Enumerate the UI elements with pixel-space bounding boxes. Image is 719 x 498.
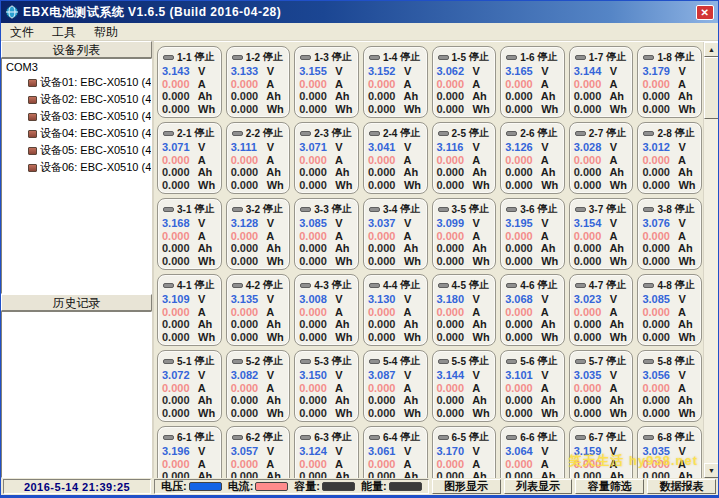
capacity-filter-button[interactable]: 容量筛选 bbox=[575, 479, 644, 494]
tree-node-device-03[interactable]: 设备03: EBC-X0510 (4.5V/10A bbox=[4, 108, 151, 125]
tree-node-device-01[interactable]: 设备01: EBC-X0510 (4.5V/10A bbox=[4, 74, 151, 91]
vertical-scrollbar[interactable]: ▲ ▼ bbox=[703, 42, 718, 478]
capacity-unit: Ah bbox=[198, 90, 213, 102]
cell-capacity: 0.000 bbox=[574, 470, 607, 478]
cell-header: 4-3 停止 bbox=[300, 278, 356, 292]
channel-cell[interactable]: 4-4 停止 3.130 V 0.000 A 0.000 Ah 0.000 Wh bbox=[363, 274, 428, 346]
cell-energy: 0.000 bbox=[437, 407, 470, 420]
channel-cell[interactable]: 6-5 停止 3.170 V 0.000 A 0.000 Ah 0.000 Wh bbox=[432, 426, 497, 478]
channel-cell[interactable]: 6-1 停止 3.196 V 0.000 A 0.000 Ah 0.000 Wh bbox=[157, 426, 222, 478]
channel-cell[interactable]: 4-2 停止 3.135 V 0.000 A 0.000 Ah 0.000 Wh bbox=[226, 274, 291, 346]
channel-cell[interactable]: 6-4 停止 3.061 V 0.000 A 0.000 Ah 0.000 Wh bbox=[363, 426, 428, 478]
close-icon[interactable]: ✕ bbox=[696, 5, 714, 20]
channel-cell[interactable]: 2-8 停止 3.012 V 0.000 A 0.000 Ah 0.000 Wh bbox=[637, 122, 702, 194]
cell-capacity: 0.000 bbox=[299, 242, 332, 255]
channel-cell[interactable]: 1-2 停止 3.133 V 0.000 A 0.000 Ah 0.000 Wh bbox=[226, 46, 291, 118]
channel-cell[interactable]: 6-6 停止 3.064 V 0.000 A 0.000 Ah 0.000 Wh bbox=[500, 426, 565, 478]
list-display-button[interactable]: 列表显示 bbox=[504, 479, 573, 494]
channel-cell[interactable]: 5-5 停止 3.144 V 0.000 A 0.000 Ah 0.000 Wh bbox=[432, 350, 497, 422]
channel-cell[interactable]: 2-2 停止 3.111 V 0.000 A 0.000 Ah 0.000 Wh bbox=[226, 122, 291, 194]
current-unit: A bbox=[678, 306, 686, 318]
scrollbar-up-icon[interactable]: ▲ bbox=[704, 42, 718, 57]
channel-cell[interactable]: 4-3 停止 3.008 V 0.000 A 0.000 Ah 0.000 Wh bbox=[294, 274, 359, 346]
cell-voltage: 3.076 bbox=[642, 217, 675, 230]
tree-node-device-06[interactable]: 设备06: EBC-X0510 (4.5V/10A bbox=[4, 159, 151, 176]
cell-status: 停止 bbox=[332, 354, 352, 368]
channel-cell[interactable]: 2-5 停止 3.116 V 0.000 A 0.000 Ah 0.000 Wh bbox=[432, 122, 497, 194]
data-report-button[interactable]: 数据报表 bbox=[647, 479, 716, 494]
channel-cell[interactable]: 4-7 停止 3.023 V 0.000 A 0.000 Ah 0.000 Wh bbox=[569, 274, 634, 346]
channel-cell[interactable]: 5-7 停止 3.035 V 0.000 A 0.000 Ah 0.000 Wh bbox=[569, 350, 634, 422]
channel-cell[interactable]: 2-3 停止 3.071 V 0.000 A 0.000 Ah 0.000 Wh bbox=[294, 122, 359, 194]
current-unit: A bbox=[404, 306, 412, 318]
capacity-unit: Ah bbox=[678, 394, 693, 406]
channel-cell[interactable]: 5-1 停止 3.072 V 0.000 A 0.000 Ah 0.000 Wh bbox=[157, 350, 222, 422]
tree-node-com3[interactable]: COM3 bbox=[4, 60, 151, 74]
menu-item-help[interactable]: 帮助 bbox=[85, 23, 127, 40]
cell-capacity: 0.000 bbox=[642, 242, 675, 255]
tree-node-device-02[interactable]: 设备02: EBC-X0510 (4.5V/10A bbox=[4, 91, 151, 108]
channel-cell[interactable]: 4-8 停止 3.085 V 0.000 A 0.000 Ah 0.000 Wh bbox=[637, 274, 702, 346]
cell-status: 停止 bbox=[606, 278, 626, 292]
channel-cell[interactable]: 3-3 停止 3.085 V 0.000 A 0.000 Ah 0.000 Wh bbox=[294, 198, 359, 270]
cell-status: 停止 bbox=[675, 126, 695, 140]
capacity-unit: Ah bbox=[678, 470, 693, 478]
cell-id: 6-8 bbox=[657, 432, 671, 443]
channel-cell[interactable]: 2-4 停止 3.041 V 0.000 A 0.000 Ah 0.000 Wh bbox=[363, 122, 428, 194]
cell-capacity: 0.000 bbox=[505, 90, 538, 103]
channel-cell[interactable]: 3-5 停止 3.099 V 0.000 A 0.000 Ah 0.000 Wh bbox=[432, 198, 497, 270]
scrollbar-down-icon[interactable]: ▼ bbox=[704, 463, 718, 478]
scrollbar-thumb[interactable] bbox=[704, 57, 718, 119]
voltage-unit: V bbox=[198, 65, 205, 77]
menu-item-tools[interactable]: 工具 bbox=[43, 23, 85, 40]
channel-cell[interactable]: 1-4 停止 3.152 V 0.000 A 0.000 Ah 0.000 Wh bbox=[363, 46, 428, 118]
channel-cell[interactable]: 5-3 停止 3.150 V 0.000 A 0.000 Ah 0.000 Wh bbox=[294, 350, 359, 422]
voltage-unit: V bbox=[541, 445, 548, 457]
main-panel: 1-1 停止 3.143 V 0.000 A 0.000 Ah 0.000 Wh… bbox=[154, 41, 718, 478]
channel-cell[interactable]: 3-7 停止 3.154 V 0.000 A 0.000 Ah 0.000 Wh bbox=[569, 198, 634, 270]
channel-cell[interactable]: 1-5 停止 3.062 V 0.000 A 0.000 Ah 0.000 Wh bbox=[432, 46, 497, 118]
channel-cell[interactable]: 5-4 停止 3.087 V 0.000 A 0.000 Ah 0.000 Wh bbox=[363, 350, 428, 422]
channel-cell[interactable]: 5-2 停止 3.082 V 0.000 A 0.000 Ah 0.000 Wh bbox=[226, 350, 291, 422]
channel-cell[interactable]: 3-6 停止 3.195 V 0.000 A 0.000 Ah 0.000 Wh bbox=[500, 198, 565, 270]
channel-cell[interactable]: 1-8 停止 3.179 V 0.000 A 0.000 Ah 0.000 Wh bbox=[637, 46, 702, 118]
tree-node-device-05[interactable]: 设备05: EBC-X0510 (4.5V/10A bbox=[4, 142, 151, 159]
channel-cell[interactable]: 1-1 停止 3.143 V 0.000 A 0.000 Ah 0.000 Wh bbox=[157, 46, 222, 118]
status-led-icon bbox=[506, 55, 517, 60]
cell-voltage: 3.133 bbox=[231, 65, 264, 78]
channel-cell[interactable]: 6-7 停止 3.159 V 0.000 A 0.000 Ah 0.000 Wh bbox=[569, 426, 634, 478]
device-label: 设备02: EBC-X0510 (4.5V/10A bbox=[40, 92, 151, 107]
channel-cell[interactable]: 5-8 停止 3.056 V 0.000 A 0.000 Ah 0.000 Wh bbox=[637, 350, 702, 422]
graph-display-button[interactable]: 图形显示 bbox=[432, 479, 501, 494]
channel-cell[interactable]: 1-6 停止 3.165 V 0.000 A 0.000 Ah 0.000 Wh bbox=[500, 46, 565, 118]
cell-status: 停止 bbox=[194, 430, 214, 444]
cell-capacity: 0.000 bbox=[299, 394, 332, 407]
cell-header: 3-7 停止 bbox=[575, 202, 631, 216]
channel-cell[interactable]: 4-6 停止 3.068 V 0.000 A 0.000 Ah 0.000 Wh bbox=[500, 274, 565, 346]
channel-cell[interactable]: 5-6 停止 3.101 V 0.000 A 0.000 Ah 0.000 Wh bbox=[500, 350, 565, 422]
capacity-unit: Ah bbox=[335, 90, 350, 102]
cell-id: 1-2 bbox=[246, 52, 260, 63]
channel-cell[interactable]: 6-3 停止 3.124 V 0.000 A 0.000 Ah 0.000 Wh bbox=[294, 426, 359, 478]
channel-cell[interactable]: 1-7 停止 3.144 V 0.000 A 0.000 Ah 0.000 Wh bbox=[569, 46, 634, 118]
menu-bar: 文件 工具 帮助 bbox=[1, 23, 718, 41]
channel-cell[interactable]: 6-8 停止 3.035 V 0.000 A 0.000 Ah 0.000 Wh bbox=[637, 426, 702, 478]
current-unit: A bbox=[541, 230, 549, 242]
channel-cell[interactable]: 3-8 停止 3.076 V 0.000 A 0.000 Ah 0.000 Wh bbox=[637, 198, 702, 270]
channel-cell[interactable]: 3-1 停止 3.168 V 0.000 A 0.000 Ah 0.000 Wh bbox=[157, 198, 222, 270]
voltage-unit: V bbox=[198, 141, 205, 153]
cell-header: 2-4 停止 bbox=[369, 126, 425, 140]
channel-cell[interactable]: 4-5 停止 3.180 V 0.000 A 0.000 Ah 0.000 Wh bbox=[432, 274, 497, 346]
channel-cell[interactable]: 2-6 停止 3.126 V 0.000 A 0.000 Ah 0.000 Wh bbox=[500, 122, 565, 194]
menu-item-file[interactable]: 文件 bbox=[1, 23, 43, 40]
channel-cell[interactable]: 3-4 停止 3.037 V 0.000 A 0.000 Ah 0.000 Wh bbox=[363, 198, 428, 270]
channel-cell[interactable]: 3-2 停止 3.128 V 0.000 A 0.000 Ah 0.000 Wh bbox=[226, 198, 291, 270]
voltage-unit: V bbox=[473, 369, 480, 381]
channel-cell[interactable]: 4-1 停止 3.109 V 0.000 A 0.000 Ah 0.000 Wh bbox=[157, 274, 222, 346]
channel-cell[interactable]: 6-2 停止 3.057 V 0.000 A 0.000 Ah 0.000 Wh bbox=[226, 426, 291, 478]
channel-cell[interactable]: 2-1 停止 3.071 V 0.000 A 0.000 Ah 0.000 Wh bbox=[157, 122, 222, 194]
cell-header: 4-7 停止 bbox=[575, 278, 631, 292]
channel-cell[interactable]: 1-3 停止 3.155 V 0.000 A 0.000 Ah 0.000 Wh bbox=[294, 46, 359, 118]
channel-cell[interactable]: 2-7 停止 3.028 V 0.000 A 0.000 Ah 0.000 Wh bbox=[569, 122, 634, 194]
tree-node-device-04[interactable]: 设备04: EBC-X0510 (4.5V/10A bbox=[4, 125, 151, 142]
